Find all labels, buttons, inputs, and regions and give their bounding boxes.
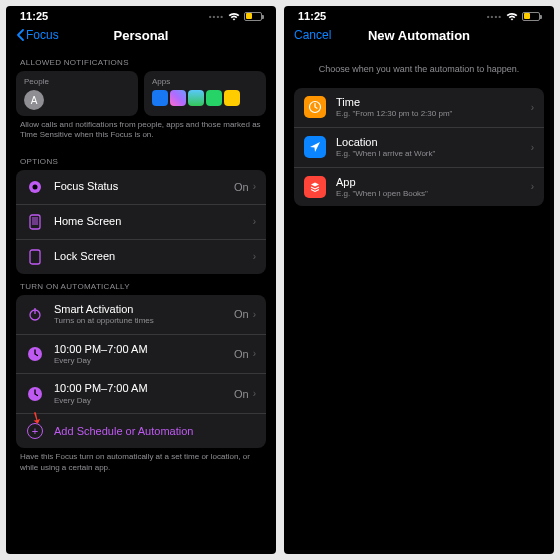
nav-bar: Focus Personal [6,24,276,50]
nav-bar: Cancel New Automation [284,24,554,50]
auto-header: TURN ON AUTOMATICALLY [16,274,266,295]
svg-rect-3 [32,217,38,225]
auto-smart-activation[interactable]: Smart Activation Turns on at opportune t… [16,295,266,335]
auto-sub: Every Day [54,396,234,406]
phone-left: 11:25 •••• Focus Personal ALLOWED NOTIFI… [6,6,276,554]
trigger-time[interactable]: Time E.g. "From 12:30 pm to 2:30 pm" › [294,88,544,128]
auto-footer: Have this Focus turn on automatically at… [16,448,266,481]
trigger-location[interactable]: Location E.g. "When I arrive at Work" › [294,128,544,168]
apps-card[interactable]: Apps [144,71,266,116]
auto-value: On [234,388,249,400]
option-home-screen[interactable]: Home Screen › [16,205,266,240]
wifi-icon [228,12,240,21]
carrier-dots: •••• [487,12,502,21]
allowed-header: ALLOWED NOTIFICATIONS [16,50,266,71]
avatar: A [24,90,44,110]
cancel-button[interactable]: Cancel [294,28,331,42]
trigger-sub: E.g. "When I open Books" [336,189,531,199]
chevron-right-icon: › [253,388,256,399]
auto-label: 10:00 PM–7:00 AM [54,382,234,395]
home-screen-icon [26,213,44,231]
auto-sub: Turns on at opportune times [54,316,234,326]
option-label: Focus Status [54,180,118,193]
trigger-label: Location [336,136,531,149]
prompt: Choose when you want the automation to h… [294,50,544,88]
auto-value: On [234,308,249,320]
add-label: Add Schedule or Automation [54,425,193,438]
people-card[interactable]: People A [16,71,138,116]
status-bar: 11:25 •••• [6,6,276,24]
status-indicators: •••• [487,12,540,21]
lock-screen-icon [26,248,44,266]
trigger-sub: E.g. "When I arrive at Work" [336,149,531,159]
battery-icon [244,12,262,21]
options-header: OPTIONS [16,149,266,170]
trigger-sub: E.g. "From 12:30 pm to 2:30 pm" [336,109,531,119]
option-value: On [234,181,249,193]
app-icons [152,90,258,106]
svg-point-1 [33,184,38,189]
back-button[interactable]: Focus [16,28,59,42]
app-icon-messenger [170,90,186,106]
add-schedule-button[interactable]: ➘ + Add Schedule or Automation [16,414,266,448]
chevron-right-icon: › [531,142,534,153]
auto-schedule-2[interactable]: 10:00 PM–7:00 AM Every Day On › [16,374,266,414]
app-icon-chat [188,90,204,106]
people-label: People [24,77,130,86]
plus-icon: + [26,422,44,440]
back-label: Focus [26,28,59,42]
allowed-footer: Allow calls and notifications from peopl… [16,116,266,149]
time-icon [304,96,326,118]
chevron-right-icon: › [253,181,256,192]
option-label: Home Screen [54,215,121,228]
chevron-right-icon: › [531,102,534,113]
app-icon-facebook [152,90,168,106]
app-icon-clock [224,90,240,106]
status-bar: 11:25 •••• [284,6,554,24]
svg-rect-4 [30,250,40,264]
wifi-icon [506,12,518,21]
location-icon [304,136,326,158]
auto-schedule-1[interactable]: 10:00 PM–7:00 AM Every Day On › [16,335,266,375]
chevron-right-icon: › [531,181,534,192]
carrier-dots: •••• [209,12,224,21]
auto-value: On [234,348,249,360]
auto-label: 10:00 PM–7:00 AM [54,343,234,356]
clock-icon [26,345,44,363]
trigger-label: Time [336,96,531,109]
trigger-app[interactable]: App E.g. "When I open Books" › [294,168,544,207]
power-icon [26,305,44,323]
chevron-right-icon: › [253,309,256,320]
status-indicators: •••• [209,12,262,21]
option-label: Lock Screen [54,250,115,263]
apps-label: Apps [152,77,258,86]
clock-icon [26,385,44,403]
focus-status-icon [26,178,44,196]
auto-label: Smart Activation [54,303,234,316]
chevron-right-icon: › [253,251,256,262]
chevron-right-icon: › [253,216,256,227]
chevron-right-icon: › [253,348,256,359]
app-icon-whatsapp [206,90,222,106]
app-icon [304,176,326,198]
status-time: 11:25 [20,10,48,22]
auto-sub: Every Day [54,356,234,366]
option-lock-screen[interactable]: Lock Screen › [16,240,266,274]
chevron-left-icon [16,29,26,41]
trigger-label: App [336,176,531,189]
status-time: 11:25 [298,10,326,22]
option-focus-status[interactable]: Focus Status On › [16,170,266,205]
battery-icon [522,12,540,21]
phone-right: 11:25 •••• Cancel New Automation Choose … [284,6,554,554]
